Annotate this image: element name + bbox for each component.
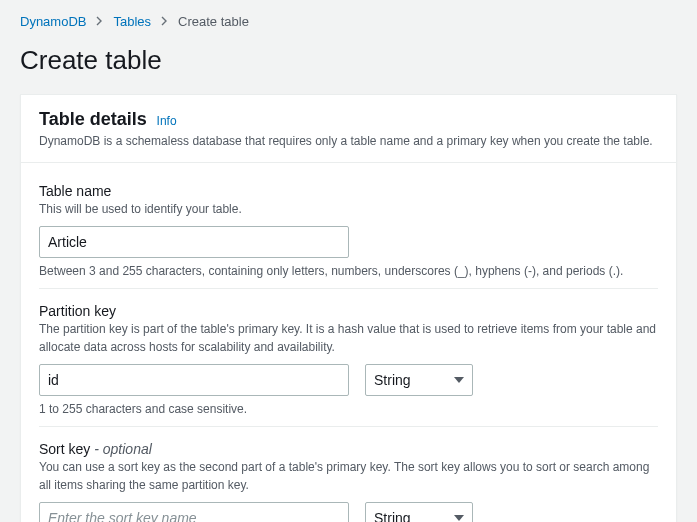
breadcrumb-current: Create table (178, 14, 249, 29)
page-title: Create table (20, 45, 677, 76)
panel-description: DynamoDB is a schemaless database that r… (39, 134, 658, 148)
table-name-hint: Between 3 and 255 characters, containing… (39, 264, 658, 278)
panel-header: Table details Info DynamoDB is a schemal… (21, 95, 676, 163)
table-details-panel: Table details Info DynamoDB is a schemal… (20, 94, 677, 522)
sort-key-field: Sort key - optional You can use a sort k… (39, 427, 658, 522)
panel-heading: Table details (39, 109, 147, 130)
sort-key-type-value: String (374, 510, 411, 522)
partition-key-type-value: String (374, 372, 411, 388)
chevron-right-icon (161, 14, 168, 29)
table-name-input[interactable] (39, 226, 349, 258)
breadcrumb-link-dynamodb[interactable]: DynamoDB (20, 14, 86, 29)
partition-key-input[interactable] (39, 364, 349, 396)
sort-key-help: You can use a sort key as the second par… (39, 459, 658, 494)
partition-key-field: Partition key The partition key is part … (39, 289, 658, 427)
table-name-label: Table name (39, 183, 658, 199)
info-link[interactable]: Info (157, 114, 177, 128)
table-name-field: Table name This will be used to identify… (39, 169, 658, 289)
sort-key-input[interactable] (39, 502, 349, 522)
partition-key-type-select[interactable]: String (365, 364, 473, 396)
partition-key-label: Partition key (39, 303, 658, 319)
caret-down-icon (454, 515, 464, 521)
partition-key-hint: 1 to 255 characters and case sensitive. (39, 402, 658, 416)
breadcrumb: DynamoDB Tables Create table (20, 14, 677, 29)
table-name-help: This will be used to identify your table… (39, 201, 658, 218)
partition-key-help: The partition key is part of the table's… (39, 321, 658, 356)
sort-key-type-select[interactable]: String (365, 502, 473, 522)
breadcrumb-link-tables[interactable]: Tables (113, 14, 151, 29)
sort-key-optional: - optional (94, 441, 152, 457)
sort-key-label: Sort key - optional (39, 441, 658, 457)
chevron-right-icon (96, 14, 103, 29)
caret-down-icon (454, 377, 464, 383)
